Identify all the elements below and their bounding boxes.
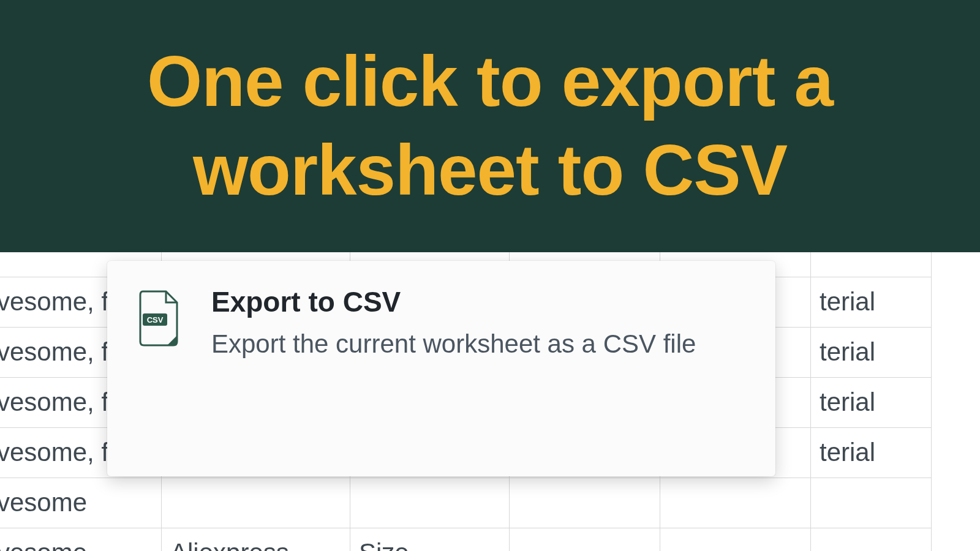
cell[interactable]: [811, 478, 932, 528]
cell[interactable]: [350, 478, 510, 528]
cell[interactable]: terial: [811, 377, 932, 427]
csv-badge-text: CSV: [147, 315, 164, 324]
cell[interactable]: [811, 252, 932, 277]
cell[interactable]: terial: [811, 277, 932, 327]
popup-description: Export the current worksheet as a CSV fi…: [211, 327, 747, 362]
cell[interactable]: terial: [811, 327, 932, 377]
cell[interactable]: vesome: [0, 478, 162, 528]
csv-file-icon: CSV: [135, 285, 182, 458]
cell[interactable]: [510, 478, 660, 528]
cell[interactable]: [811, 528, 932, 551]
cell[interactable]: [660, 478, 811, 528]
cell[interactable]: Aliexpress: [162, 528, 350, 551]
popup-text-block: Export to CSV Export the current workshe…: [211, 285, 747, 458]
hero-headline: One click to export a worksheet to CSV: [0, 37, 980, 215]
cell[interactable]: [162, 478, 350, 528]
cell[interactable]: vesome: [0, 528, 162, 551]
cell[interactable]: Size: [350, 528, 510, 551]
hero-banner: One click to export a worksheet to CSV: [0, 0, 980, 252]
export-csv-popup[interactable]: CSV Export to CSV Export the current wor…: [107, 261, 775, 476]
cell[interactable]: [510, 528, 660, 551]
table-row: vesome Aliexpress Size: [0, 528, 932, 551]
popup-title: Export to CSV: [211, 285, 747, 318]
cell[interactable]: [660, 528, 811, 551]
table-row: vesome: [0, 478, 932, 528]
cell[interactable]: terial: [811, 427, 932, 478]
